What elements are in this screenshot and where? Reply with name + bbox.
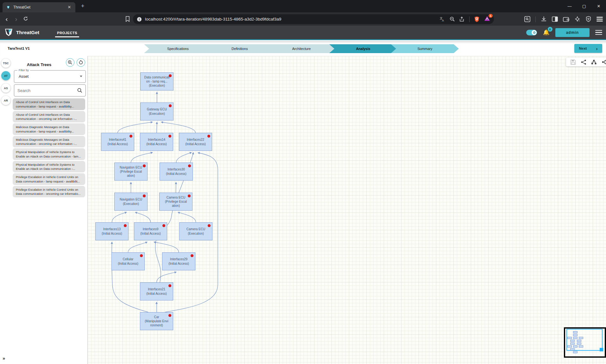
tree-node-nav-ecu-pe[interactable]: Navigation ECU (Privilege Escal ation) xyxy=(114,163,148,181)
next-button[interactable]: Next › xyxy=(574,44,602,53)
share-nodes-icon[interactable] xyxy=(581,59,586,65)
translate-icon[interactable]: 文A xyxy=(440,16,445,22)
tab-projects[interactable]: PROJECTS xyxy=(56,27,79,39)
tree-node-cam-ecu-pe[interactable]: Camera ECU (Privilege Escal ation) xyxy=(159,193,193,211)
refresh-tree-button[interactable] xyxy=(77,58,85,67)
leo-ai-icon[interactable] xyxy=(574,16,580,22)
threat-indicator-icon xyxy=(168,314,171,317)
reload-icon[interactable] xyxy=(21,16,30,22)
collapse-sidebar-icon[interactable]: » xyxy=(3,355,5,361)
bookmark-icon[interactable] xyxy=(125,16,130,22)
vpn-icon[interactable] xyxy=(585,16,591,22)
menu-icon[interactable] xyxy=(597,16,603,23)
save-icon[interactable] xyxy=(571,59,576,65)
download-icon[interactable] xyxy=(541,16,547,22)
filter-select[interactable]: Filter by Asset xyxy=(14,70,86,83)
tree-node-interfaces22[interactable]: Interfaces22 (Initial Access) xyxy=(179,133,212,151)
tree-edge-cam-ecu-pe-to-interfaces30 xyxy=(176,182,176,193)
tree-edge-interfaces41-to-gateway-ecu xyxy=(118,122,153,133)
tree-node-nav-ecu-exec[interactable]: Navigation ECU (Execution) xyxy=(114,193,148,211)
attack-tree-list-item[interactable]: Malicious Diagnostic Messages on Data co… xyxy=(13,123,85,135)
minimap-node xyxy=(570,340,575,342)
window-controls: — ▢ ✕ xyxy=(562,0,606,12)
workflow-step-summary[interactable]: Summary xyxy=(391,44,459,53)
tree-edge-cam-ecu-exec-to-cam-ecu-pe xyxy=(178,212,196,222)
tab-search-icon[interactable] xyxy=(524,16,530,22)
search-input[interactable] xyxy=(17,88,77,93)
tree-node-interfaces9[interactable]: Interfaces9 (Initial Access) xyxy=(134,222,167,240)
app-menu-icon[interactable] xyxy=(595,29,602,36)
site-info-icon[interactable] xyxy=(137,17,142,22)
back-icon[interactable]: ‹ xyxy=(2,15,11,23)
url-text[interactable]: localhost:4200/#/tara-iteration/48983dab… xyxy=(145,17,440,22)
tree-node-interfaces13[interactable]: Interfaces13 (Initial Access) xyxy=(95,222,129,240)
rail-button-at[interactable]: AT xyxy=(1,71,10,80)
search-field[interactable] xyxy=(14,84,86,96)
address-bar[interactable]: localhost:4200/#/tara-iteration/48983dab… xyxy=(133,14,494,24)
tree-node-gateway-ecu[interactable]: Gateway ECU (Execution) xyxy=(140,102,174,120)
zoom-out-icon[interactable] xyxy=(450,16,455,22)
tab-title: ThreatGet xyxy=(13,5,66,9)
settings-toggle[interactable]: ⚙ xyxy=(526,30,537,35)
tree-node-interfaces14[interactable]: Interfaces14 (Initial Access) xyxy=(140,133,173,151)
sidebar-icon[interactable] xyxy=(552,16,558,22)
workflow-step-definitions[interactable]: Definitions xyxy=(206,44,274,53)
minimap-node xyxy=(567,345,572,348)
tree-edge-nav-ecu-pe-to-interfaces14 xyxy=(131,152,153,163)
filter-value: Asset xyxy=(19,74,28,79)
minimap-resize-handle[interactable] xyxy=(600,348,603,351)
minimap-node xyxy=(573,351,578,353)
threat-indicator-icon xyxy=(208,224,211,227)
address-bar-icons: 文A 1 xyxy=(440,16,490,22)
minimap[interactable] xyxy=(564,327,606,358)
project-title: TaraTest1 V1 xyxy=(8,46,30,50)
minimap-node xyxy=(567,337,572,339)
workflow-step-analysis[interactable]: Analysis xyxy=(329,44,397,53)
tree-node-interfaces30[interactable]: Interfaces30 (Initial Access) xyxy=(160,163,193,181)
attack-tree-list-item[interactable]: Physical Manipulation of Vehicle Systems… xyxy=(13,161,85,173)
attack-tree-list-item[interactable]: Malicious Diagnostic Messages on Data co… xyxy=(13,136,85,148)
tree-horizontal-icon[interactable] xyxy=(602,59,606,65)
threat-indicator-icon xyxy=(143,194,146,197)
tree-node-interfaces41[interactable]: Interfaces41 (Initial Access) xyxy=(101,133,134,151)
workflow-step-specifications[interactable]: Specifications xyxy=(144,44,212,53)
brave-rewards-icon[interactable]: 1 xyxy=(484,16,490,22)
zoom-reset-button[interactable] xyxy=(66,58,74,67)
new-tab-button[interactable]: + xyxy=(81,3,85,9)
notifications-bell-icon[interactable]: 🔔0 xyxy=(543,29,549,36)
tree-edge-interfaces9-to-nav-ecu-exec xyxy=(135,212,151,222)
tree-node-cam-ecu-exec[interactable]: Camera ECU (Execution) xyxy=(179,222,212,240)
threat-indicator-icon xyxy=(162,224,165,227)
browser-tab[interactable]: ThreatGet ✕ xyxy=(3,2,75,12)
attack-tree-list-item[interactable]: Physical Manipulation of Vehicle Systems… xyxy=(13,148,85,160)
tab-close-icon[interactable]: ✕ xyxy=(66,4,72,10)
tree-node-interfaces29[interactable]: Interfaces29 (Initial Access) xyxy=(162,252,195,270)
tree-node-cellular[interactable]: Cellular (Initial Access) xyxy=(111,252,145,270)
rail-button-as[interactable]: AS xyxy=(1,83,10,93)
forward-icon[interactable]: › xyxy=(11,15,21,23)
rail-button-ar[interactable]: AR xyxy=(1,96,10,105)
tree-edge-interfaces30-to-interfaces22 xyxy=(176,152,192,163)
maximize-icon[interactable]: ▢ xyxy=(577,0,591,12)
tree-node-car[interactable]: Car (Manipulate Envi ronment) xyxy=(140,312,173,330)
attack-tree-list-item[interactable]: Privilege Escalation in Vehicle Control … xyxy=(13,173,85,185)
attack-tree-list-item[interactable]: Abuse of Control Unit Interfaces on Data… xyxy=(13,111,85,123)
brave-shield-icon[interactable] xyxy=(474,16,480,22)
wallet-icon[interactable] xyxy=(563,16,569,22)
workflow-step-architecture[interactable]: Architecture xyxy=(268,44,335,53)
threat-indicator-icon xyxy=(191,254,193,257)
tree-node-data-comm[interactable]: Data communicati on - lamp req... (Execu… xyxy=(140,72,174,90)
minimize-icon[interactable]: — xyxy=(562,0,577,12)
diagram-toolbar xyxy=(566,58,606,66)
attack-tree-list-item[interactable]: Privilege Escalation in Vehicle Control … xyxy=(13,186,85,198)
tree-node-interfaces21[interactable]: Interfaces21 (Initial Access) xyxy=(140,282,173,300)
attack-tree-list-item[interactable]: Abuse of Control Unit Interfaces on Data… xyxy=(13,98,85,110)
tree-vertical-icon[interactable] xyxy=(591,59,597,65)
share-icon[interactable] xyxy=(459,16,465,22)
rail-button-tsc[interactable]: TSC xyxy=(1,59,10,68)
diagram-canvas[interactable]: Data communicati on - lamp req... (Execu… xyxy=(88,56,606,364)
rewards-badge: 1 xyxy=(489,14,493,18)
user-menu-button[interactable]: admin xyxy=(555,28,590,37)
refresh-icon xyxy=(79,60,83,65)
close-icon[interactable]: ✕ xyxy=(591,0,606,12)
